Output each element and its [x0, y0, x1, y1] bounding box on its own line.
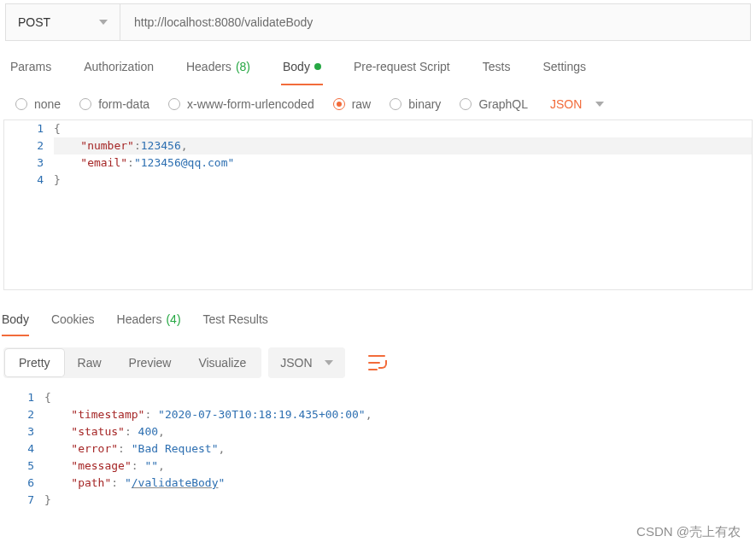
response-format-select[interactable]: JSON: [268, 347, 344, 378]
tab-settings[interactable]: Settings: [541, 60, 588, 85]
request-bar: POST: [5, 3, 751, 41]
radio-icon: [460, 98, 472, 110]
code-token: ,: [366, 408, 372, 421]
tab-body[interactable]: Body: [281, 60, 323, 85]
url-input[interactable]: [120, 4, 750, 40]
line-number: 5: [0, 457, 34, 475]
radio-raw[interactable]: raw: [333, 97, 372, 111]
code-token: 123456: [141, 139, 181, 152]
code-token: :: [125, 425, 138, 438]
body-language-select[interactable]: JSON: [550, 97, 604, 111]
view-pretty-button[interactable]: Pretty: [5, 349, 64, 376]
tab-params-label: Params: [10, 60, 51, 73]
tab-prerequest[interactable]: Pre-request Script: [352, 60, 452, 85]
tab-authorization[interactable]: Authorization: [82, 60, 155, 85]
resp-tab-cookies[interactable]: Cookies: [51, 312, 95, 336]
radio-icon: [333, 98, 345, 110]
body-type-radios: none form-data x-www-form-urlencoded raw…: [0, 85, 756, 119]
wrap-lines-icon: [368, 355, 385, 370]
line-number: 3: [0, 423, 34, 440]
code-token: :: [127, 156, 134, 169]
radio-form-data[interactable]: form-data: [79, 97, 149, 111]
line-number: 4: [4, 172, 44, 189]
code-token: 400: [138, 425, 158, 438]
wrap-lines-button[interactable]: [360, 347, 393, 379]
line-number: 2: [0, 406, 34, 423]
code-token: [44, 442, 71, 455]
radio-binary-label: binary: [408, 97, 441, 111]
code-token: "": [144, 459, 158, 472]
code-token: :: [144, 408, 158, 421]
request-tabs: Params Authorization Headers (8) Body Pr…: [0, 41, 756, 85]
tab-tests[interactable]: Tests: [481, 60, 513, 85]
resp-tab-test-results-label: Test Results: [203, 312, 268, 326]
radio-xwww-label: x-www-form-urlencoded: [187, 97, 314, 111]
tab-body-label: Body: [283, 60, 310, 73]
resp-tab-body-label: Body: [2, 312, 29, 326]
code-token: "123456@qq.com": [134, 156, 234, 169]
tab-headers[interactable]: Headers (8): [185, 60, 252, 85]
chevron-down-icon: [99, 20, 108, 25]
line-number: 7: [0, 492, 34, 509]
resp-tab-test-results[interactable]: Test Results: [203, 312, 268, 336]
code-token: /validateBody: [132, 476, 219, 489]
code-token: [54, 139, 80, 152]
code-token: {: [44, 391, 51, 404]
chevron-down-icon: [595, 102, 604, 107]
code-token: :: [132, 459, 145, 472]
radio-icon: [390, 98, 401, 110]
radio-icon: [15, 98, 27, 110]
editor-content[interactable]: { "number":123456, "email":"123456@qq.co…: [54, 120, 752, 189]
body-language-value: JSON: [550, 97, 582, 111]
code-token: [44, 459, 71, 472]
radio-xwww[interactable]: x-www-form-urlencoded: [168, 97, 314, 111]
code-token: "message": [71, 459, 131, 472]
line-number: 1: [0, 389, 34, 406]
watermark-text: CSDN @壳上有农: [636, 524, 741, 540]
code-token: [44, 476, 71, 489]
code-token: ,: [158, 425, 165, 438]
editor-gutter: 1 2 3 4: [4, 120, 54, 189]
radio-graphql-label: GraphQL: [478, 97, 528, 111]
code-token: "number": [80, 139, 134, 152]
code-token: "error": [71, 442, 118, 455]
code-token: ": [219, 476, 226, 489]
request-body-editor[interactable]: 1 2 3 4 { "number":123456, "email":"1234…: [3, 119, 753, 290]
line-number: 2: [4, 137, 44, 154]
radio-icon: [79, 98, 91, 110]
code-token: [44, 408, 71, 421]
code-token: }: [54, 173, 61, 186]
tab-headers-count: (8): [236, 60, 250, 73]
code-token: "Bad Request": [132, 442, 219, 455]
response-toolbar: Pretty Raw Preview Visualize JSON: [0, 336, 756, 389]
code-token: }: [44, 493, 51, 506]
resp-tab-headers-label: Headers: [117, 312, 162, 326]
http-method-select[interactable]: POST: [6, 4, 120, 40]
tab-settings-label: Settings: [542, 60, 586, 73]
code-token: :: [111, 476, 125, 489]
view-preview-button[interactable]: Preview: [115, 349, 185, 376]
tab-authorization-label: Authorization: [84, 60, 154, 73]
tab-tests-label: Tests: [483, 60, 511, 73]
radio-binary[interactable]: binary: [390, 97, 441, 111]
editor-gutter: 1 2 3 4 5 6 7: [0, 389, 44, 509]
code-token: [54, 156, 80, 169]
resp-tab-cookies-label: Cookies: [51, 312, 95, 326]
radio-none[interactable]: none: [15, 97, 61, 111]
code-token: "timestamp": [71, 408, 144, 421]
response-tabs: Body Cookies Headers (4) Test Results: [0, 290, 756, 336]
code-token: ,: [181, 139, 188, 152]
resp-tab-headers[interactable]: Headers (4): [117, 312, 181, 336]
response-body-viewer[interactable]: 1 2 3 4 5 6 7 { "timestamp": "2020-07-30…: [0, 389, 756, 509]
view-raw-button[interactable]: Raw: [64, 349, 115, 376]
code-token: "2020-07-30T10:18:19.435+00:00": [158, 408, 366, 421]
view-visualize-button[interactable]: Visualize: [185, 349, 260, 376]
radio-graphql[interactable]: GraphQL: [460, 97, 528, 111]
resp-tab-body[interactable]: Body: [2, 312, 29, 336]
dot-indicator-icon: [314, 63, 321, 70]
code-token: :: [118, 442, 132, 455]
line-number: 3: [4, 154, 44, 172]
response-view-segment: Pretty Raw Preview Visualize: [3, 347, 261, 378]
tab-params[interactable]: Params: [9, 60, 53, 85]
code-token: ": [125, 476, 132, 489]
